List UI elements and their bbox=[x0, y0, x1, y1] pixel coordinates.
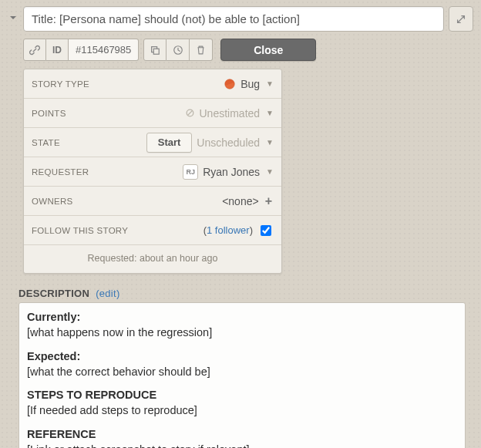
requester-label: REQUESTER bbox=[32, 167, 89, 177]
steps-heading: STEPS TO REPRODUCE bbox=[27, 387, 457, 403]
reference-heading: REFERENCE bbox=[27, 426, 457, 442]
start-button[interactable]: Start bbox=[146, 133, 193, 153]
toolbar: ID #115467985 Close bbox=[23, 39, 473, 61]
svg-line-6 bbox=[187, 110, 193, 116]
row-owners: OWNERS <none> + bbox=[24, 187, 281, 216]
expected-text: [what the correct behavior should be] bbox=[27, 364, 457, 379]
title-input[interactable] bbox=[23, 6, 444, 32]
close-button[interactable]: Close bbox=[220, 39, 316, 61]
chevron-down-icon: ▼ bbox=[266, 167, 274, 176]
chevron-down-icon: ▼ bbox=[266, 79, 274, 88]
story-type-label: STORY TYPE bbox=[32, 79, 89, 89]
follow-label: FOLLOW THIS STORY bbox=[32, 226, 128, 235]
currently-heading: Currently: bbox=[27, 309, 457, 325]
points-value: Unestimated bbox=[200, 107, 261, 120]
follow-count-suffix: ) bbox=[250, 224, 253, 236]
details-panel: STORY TYPE Bug ▼ POINTS Unestimated ▼ ST… bbox=[23, 69, 282, 274]
expand-button[interactable] bbox=[449, 6, 473, 32]
title-row bbox=[8, 6, 473, 32]
row-requester: REQUESTER RJ Ryan Jones ▼ bbox=[24, 157, 281, 187]
requester-name: Ryan Jones bbox=[203, 166, 260, 178]
steps-text: [If needed add steps to reproduce] bbox=[27, 403, 457, 418]
description-body[interactable]: Currently: [what happens now in the regr… bbox=[18, 302, 466, 448]
add-owner-button[interactable]: + bbox=[264, 194, 274, 208]
story-id: #115467985 bbox=[69, 39, 139, 61]
row-points: POINTS Unestimated ▼ bbox=[24, 99, 281, 128]
id-label: ID bbox=[46, 39, 69, 61]
state-label: STATE bbox=[32, 138, 60, 147]
row-state: STATE Start Unscheduled ▼ bbox=[24, 128, 281, 157]
bug-icon bbox=[224, 78, 236, 90]
currently-text: [what happens now in the regression] bbox=[27, 325, 457, 340]
row-story-type: STORY TYPE Bug ▼ bbox=[24, 69, 281, 99]
avatar: RJ bbox=[183, 164, 198, 180]
story-type-select[interactable]: Bug ▼ bbox=[224, 78, 274, 90]
unestimated-icon bbox=[185, 108, 195, 118]
link-icon-button[interactable] bbox=[23, 39, 46, 61]
row-follow: FOLLOW THIS STORY (1 follower) bbox=[24, 216, 281, 245]
delete-icon-button[interactable] bbox=[190, 39, 213, 61]
requested-ago: Requested: about an hour ago bbox=[24, 245, 281, 273]
story-editor: ID #115467985 Close STORY TYPE Bug bbox=[0, 0, 481, 448]
copy-icon-button[interactable] bbox=[143, 39, 166, 61]
expected-heading: Expected: bbox=[27, 349, 457, 364]
state-value: Unscheduled bbox=[197, 136, 260, 149]
story-type-value: Bug bbox=[240, 78, 260, 90]
history-icon-button[interactable] bbox=[166, 39, 190, 61]
owners-label: OWNERS bbox=[32, 197, 73, 206]
svg-rect-1 bbox=[154, 49, 160, 54]
owners-value: <none> bbox=[222, 195, 259, 207]
edit-description-link[interactable]: (edit) bbox=[96, 288, 119, 299]
description-section: DESCRIPTION (edit) Currently: [what happ… bbox=[18, 288, 466, 448]
points-select[interactable]: Unestimated ▼ bbox=[185, 107, 274, 120]
reference-text: [Link or attach screenshot to story if r… bbox=[27, 442, 457, 448]
state-select[interactable]: Unscheduled ▼ bbox=[197, 136, 274, 149]
follow-checkbox[interactable] bbox=[261, 225, 271, 236]
requester-select[interactable]: RJ Ryan Jones ▼ bbox=[183, 164, 274, 180]
chevron-down-icon: ▼ bbox=[266, 138, 274, 147]
points-label: POINTS bbox=[32, 109, 66, 118]
description-header: DESCRIPTION bbox=[18, 288, 89, 299]
collapse-toggle[interactable] bbox=[8, 6, 18, 32]
followers-link[interactable]: 1 follower bbox=[207, 224, 250, 236]
chevron-down-icon: ▼ bbox=[266, 109, 274, 117]
